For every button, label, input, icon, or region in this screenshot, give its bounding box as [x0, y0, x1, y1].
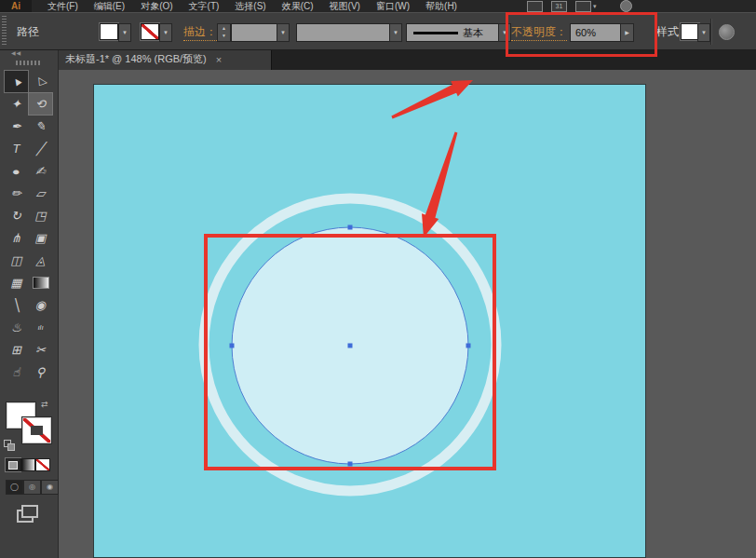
pen-tool[interactable]: ✒ — [5, 116, 28, 137]
slice-icon: ✂ — [35, 343, 46, 357]
paintbrush-icon: ✍ — [35, 164, 46, 178]
line-segment-icon: ╱ — [37, 142, 45, 156]
menu-select[interactable]: 选择(S) — [235, 0, 265, 12]
scale-tool[interactable]: ◳ — [29, 205, 52, 226]
profile-dropdown-icon[interactable]: ▼ — [389, 23, 402, 42]
cs-live-icon[interactable] — [620, 0, 632, 12]
draw-normal-icon[interactable]: ◯ — [6, 480, 23, 495]
swap-fill-stroke-icon[interactable]: ⇄ — [41, 400, 48, 409]
menu-view[interactable]: 视图(V) — [330, 0, 360, 12]
calendar-31-icon[interactable]: 31 — [551, 1, 567, 12]
magic-wand-icon: ✦ — [11, 97, 21, 111]
width-tool-icon: ⋔ — [11, 231, 21, 245]
slice-tool[interactable]: ✂ — [29, 339, 52, 361]
pencil-tool[interactable]: ✏ — [5, 183, 28, 204]
default-fill-stroke-icon[interactable] — [4, 440, 15, 451]
tools-panel: ◀◀ ► ▷ ✦ ⟲ ✒ ✎ T ╱ ● ✍ ✏ ▱ ↻ ◳ ⋔ ▣ ◫ ◬ ▦… — [0, 48, 59, 558]
curvature-pen-icon: ✎ — [35, 119, 46, 133]
fill-color-swatch[interactable] — [100, 23, 118, 40]
bridge-icon[interactable] — [527, 1, 543, 12]
anchor-bottom[interactable] — [348, 462, 353, 467]
stroke-dropdown-icon[interactable]: ▼ — [159, 23, 172, 42]
perspective-grid-tool[interactable]: ◬ — [29, 250, 52, 271]
type-tool[interactable]: T — [5, 138, 28, 159]
variable-width-profile-select[interactable] — [296, 23, 390, 42]
tool-grid: ► ▷ ✦ ⟲ ✒ ✎ T ╱ ● ✍ ✏ ▱ ↻ ◳ ⋔ ▣ ◫ ◬ ▦ ╲ … — [5, 71, 52, 383]
menu-type[interactable]: 文字(T) — [189, 0, 220, 12]
paintbrush-tool[interactable]: ✍ — [29, 160, 52, 182]
mesh-tool[interactable]: ▦ — [5, 272, 28, 293]
eraser-tool[interactable]: ▱ — [29, 183, 52, 204]
magic-wand-tool[interactable]: ✦ — [5, 93, 28, 115]
stroke-width-stepper[interactable]: ▲ ▼ — [217, 23, 231, 42]
perspective-grid-icon: ◬ — [36, 253, 46, 267]
anchor-center[interactable] — [348, 344, 353, 348]
column-graph-icon: ılı — [37, 323, 43, 332]
line-segment-tool[interactable]: ╱ — [29, 138, 52, 159]
workspace-dropdown-icon[interactable]: ▾ — [593, 3, 597, 10]
menu-file[interactable]: 文件(F) — [47, 0, 78, 12]
ellipse-icon: ● — [12, 166, 20, 177]
style-dropdown-icon[interactable]: ▼ — [697, 23, 710, 42]
tools-panel-grip[interactable] — [16, 61, 42, 65]
screen-mode-icon[interactable] — [17, 505, 37, 521]
recolor-artwork-icon[interactable] — [719, 24, 735, 40]
spin-down-icon[interactable]: ▼ — [222, 33, 226, 38]
collapse-panel-icon[interactable]: ◀◀ — [11, 49, 21, 56]
selection-arrow-icon: ► — [7, 74, 24, 90]
draw-behind-icon[interactable]: ◎ — [23, 480, 41, 495]
direct-selection-tool[interactable]: ▷ — [29, 71, 52, 92]
close-tab-icon[interactable]: × — [216, 54, 222, 65]
stroke-panel-link[interactable]: 描边： — [183, 24, 217, 41]
stroke-width-dropdown-icon[interactable]: ▼ — [277, 23, 290, 42]
document-canvas[interactable] — [58, 70, 756, 558]
anchor-left[interactable] — [230, 344, 235, 348]
eyedropper-icon: ╲ — [13, 298, 20, 312]
column-graph-tool[interactable]: ılı — [29, 317, 52, 338]
brush-definition-select[interactable]: 基本 — [406, 23, 499, 42]
menu-object[interactable]: 对象(O) — [141, 0, 172, 12]
menu-effect[interactable]: 效果(C) — [282, 0, 314, 12]
stroke-color-swatch[interactable] — [141, 23, 159, 40]
style-swatch[interactable] — [681, 23, 699, 40]
menu-help[interactable]: 帮助(H) — [425, 0, 457, 12]
draw-inside-icon[interactable]: ◉ — [41, 480, 59, 495]
control-separator — [710, 19, 712, 45]
selection-tool[interactable]: ► — [5, 71, 28, 92]
stroke-width-select[interactable] — [231, 23, 277, 42]
fill-dropdown-icon[interactable]: ▼ — [118, 23, 131, 42]
eyedropper-tool[interactable]: ╲ — [5, 294, 28, 316]
free-transform-tool[interactable]: ▣ — [29, 227, 52, 249]
drawing-mode-buttons: ◯ ◎ ◉ — [6, 480, 59, 493]
none-button[interactable] — [35, 458, 50, 471]
zoom-tool[interactable]: ⚲ — [29, 361, 52, 383]
panel-grip[interactable] — [2, 16, 7, 45]
color-button[interactable] — [6, 458, 20, 471]
annotation-highlight-opacity — [506, 12, 657, 57]
artboard-tool[interactable]: ⊞ — [5, 339, 28, 361]
anchor-top[interactable] — [348, 225, 353, 230]
blend-tool[interactable]: ◉ — [29, 294, 52, 316]
canvas-overlay — [58, 70, 756, 558]
ellipse-tool[interactable]: ● — [5, 160, 28, 182]
menu-window[interactable]: 窗口(W) — [376, 0, 410, 12]
anchor-right[interactable] — [466, 344, 471, 348]
curvature-pen-tool[interactable]: ✎ — [29, 116, 52, 137]
annotation-arrow-down — [422, 132, 457, 238]
rotate-tool[interactable]: ↻ — [5, 205, 28, 226]
arrange-documents-icon[interactable] — [575, 1, 591, 12]
gradient-tool[interactable] — [29, 272, 52, 293]
stroke-swatch[interactable] — [22, 417, 51, 443]
width-tool[interactable]: ⋔ — [5, 227, 28, 249]
blend-icon: ◉ — [35, 298, 46, 312]
spin-up-icon[interactable]: ▲ — [222, 25, 226, 31]
gradient-button[interactable] — [20, 458, 35, 471]
hand-tool[interactable]: ☝ — [5, 361, 28, 383]
lasso-tool[interactable]: ⟲ — [29, 93, 52, 115]
shape-builder-tool[interactable]: ◫ — [5, 250, 28, 271]
artboard-icon: ⊞ — [11, 343, 21, 357]
menubar-right-icons: 31 ▾ — [527, 0, 632, 12]
menu-edit[interactable]: 编辑(E) — [94, 0, 125, 12]
document-tab[interactable]: 未标题-1* @ 148% (RGB/预览) × — [58, 48, 272, 70]
symbol-sprayer-tool[interactable]: ♨ — [5, 317, 28, 338]
